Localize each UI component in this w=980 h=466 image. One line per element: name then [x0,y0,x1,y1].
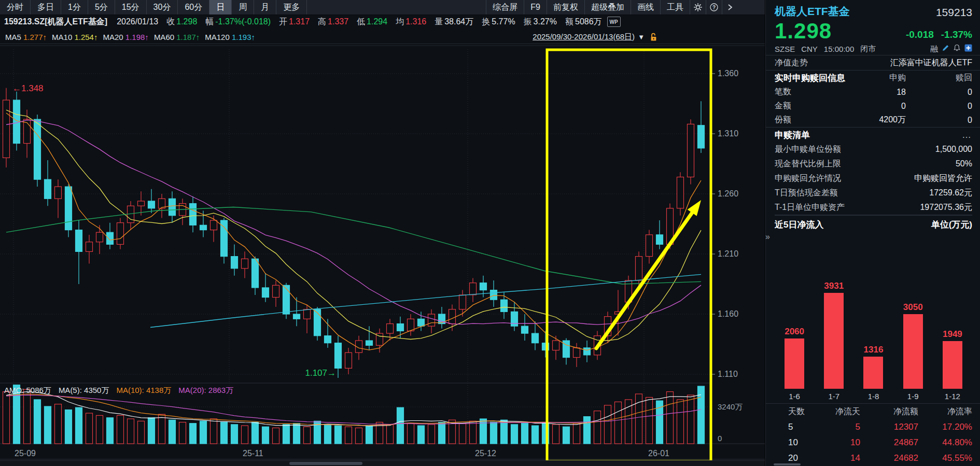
quote-sidebar: 机器人ETF基金 159213 1.298 -0.018 -1.37% SZSE… [765,0,980,466]
svg-text:1.260: 1.260 [718,189,738,198]
realtime-row-金额: 金额00 [775,99,972,113]
sidebar-collapse-handle[interactable]: » [765,232,770,242]
svg-text:←1.348: ←1.348 [12,83,44,93]
volume-legend-item-3: MA(20): 2863万 [178,386,233,396]
svg-text:25-11: 25-11 [243,449,263,458]
svg-text:1.160: 1.160 [718,309,738,318]
flow-table-header-净流率: 净流率 [918,406,972,417]
inflow-bar-1-8: 1316 [853,345,893,389]
inflow-bar-label: 1-12 [933,392,972,401]
inflow-bar-label: 1-6 [775,392,814,401]
volume-legend-item-0: AMO: 5086万 [4,386,51,396]
nav-row-value[interactable]: 汇添富中证机器人ETF [890,58,972,68]
flow-section-header: 近5日净流入 [775,219,823,231]
flow-table-row: 20142468245.55% [775,450,972,466]
realtime-rows: 笔数180金额00份额4200万0 [775,85,972,127]
col-redeem-header: 赎回 [906,73,972,83]
price-change-pct: -1.37% [941,29,972,40]
col-buy-header: 申购 [848,73,906,83]
flow-unit-label: 单位(万元) [931,219,972,231]
svg-text:1.110: 1.110 [718,370,738,378]
inflow-bar-1-7: 3931 [814,281,853,389]
quote-time: 15:00:00 [824,45,854,53]
volume-legend-item-1: MA(5): 4350万 [59,386,109,396]
inflow-bar-1-12: 1949 [933,329,972,389]
market-state: 闭市 [860,44,876,54]
exchange-label: SZSE [775,45,795,53]
price-change: -0.018 [906,29,934,40]
list-rows: 最小申赎单位份额1,500,000现金替代比例上限50%申购赎回允许情况申购赎回… [775,142,972,215]
list-row: T-1日单位申赎资产1972075.36元 [775,200,972,215]
flow-table-row: 10102486744.80% [775,435,972,450]
fund-code: 159213 [936,6,972,19]
edit-pencil-icon[interactable] [942,44,949,53]
svg-text:1.310: 1.310 [718,129,738,138]
svg-text:25-12: 25-12 [475,449,496,458]
realtime-section-header: 实时申购赎回信息 [775,72,848,84]
realtime-row-份额: 份额4200万0 [775,113,972,127]
more-icon[interactable]: … [962,130,972,140]
inflow-bar-label: 1-7 [814,392,853,401]
svg-text:26-01: 26-01 [648,449,669,458]
list-row: 最小申赎单位份额1,500,000 [775,142,972,157]
realtime-row-笔数: 笔数180 [775,85,972,99]
volume-legend-item-2: MA(10): 4138万 [116,386,171,396]
svg-text:1.210: 1.210 [718,249,738,258]
inflow-bar-label: 1-8 [853,392,893,401]
net-inflow-bar-labels: 1-61-71-81-91-12 [775,389,972,403]
svg-text:0: 0 [718,434,722,443]
chart-scrollbar[interactable] [0,460,765,466]
flow-table-header-净流天: 净流天 [811,406,860,417]
flow-table-row: 551230717.20% [775,419,972,435]
nav-value-row[interactable]: 净值走势 汇添富中证机器人ETF [775,55,972,70]
list-row: 申购赎回允许情况申购赎回皆允许 [775,171,972,186]
list-row: 现金替代比例上限50% [775,157,972,171]
net-inflow-table: 天数净流天净流额净流率 551230717.20%10102486744.80%… [765,403,980,466]
add-plus-icon[interactable] [964,44,972,53]
list-section-header: 申赎清单 [775,129,810,141]
inflow-bar-1-6: 2060 [775,327,814,389]
inflow-bar-label: 1-9 [893,392,933,401]
svg-text:1.107→: 1.107→ [305,368,336,378]
svg-text:25-09: 25-09 [15,449,36,458]
svg-text:1.360: 1.360 [718,69,738,78]
alert-bell-icon[interactable] [953,44,961,53]
list-row: T日预估现金差额17259.62元 [775,186,972,200]
volume-legend-row: AMO: 5086万MA(5): 4350万MA(10): 4138万MA(20… [4,384,241,397]
currency-label: CNY [801,45,818,53]
flow-table-header-净流额: 净流额 [860,406,918,417]
app-window: 分时多日1分5分15分30分60分日周月更多 综合屏F9前复权超级叠加画线工具?… [0,0,980,466]
last-price: 1.298 [775,20,832,43]
nav-row-label: 净值走势 [775,58,808,68]
svg-text:3240万: 3240万 [718,402,743,411]
chart-scrollbar-thumb[interactable] [289,462,362,465]
net-inflow-bar-chart: 20603931131630501949 [775,233,972,389]
flow-table-header-天数: 天数 [775,406,811,417]
inflow-bar-1-9: 3050 [893,302,933,389]
margin-tag: 融 [930,44,938,54]
fund-name: 机器人ETF基金 [775,4,850,19]
sidebar-scrollbar-thumb[interactable] [774,463,801,465]
